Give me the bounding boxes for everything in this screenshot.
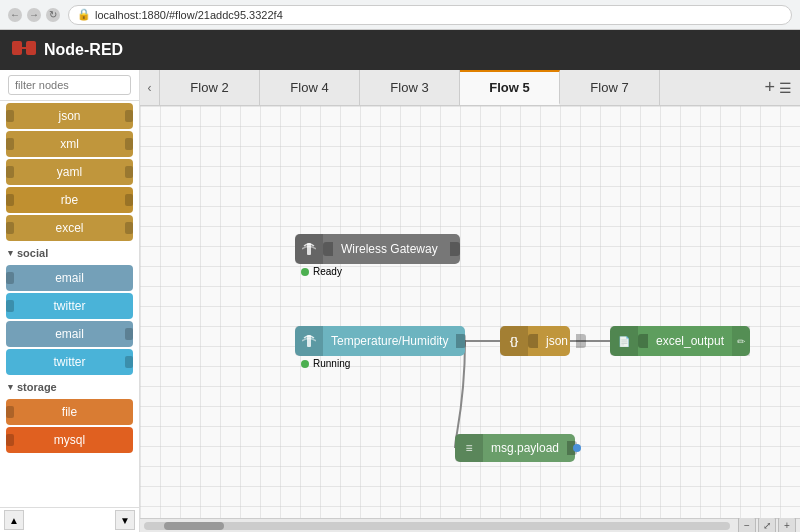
- category-social[interactable]: ▾ social: [0, 243, 139, 263]
- sidebar-item-mysql[interactable]: mysql: [6, 427, 133, 453]
- canvas[interactable]: Wireless Gateway ReadyTemperature/Humidi…: [140, 106, 800, 518]
- port-left-mysql: [6, 434, 14, 446]
- node-label-json: json: [12, 109, 127, 123]
- node-label-mysql: mysql: [12, 433, 127, 447]
- port-right-msg-payload: [567, 441, 577, 455]
- zoom-plus-button[interactable]: +: [778, 517, 796, 533]
- sidebar-item-twitter1[interactable]: twitter: [6, 293, 133, 319]
- port-left-rbe: [6, 194, 14, 206]
- port-right-json-node: [576, 334, 586, 348]
- filter-input-container: [0, 70, 139, 101]
- node-label-twitter1: twitter: [12, 299, 127, 313]
- port-left-json-node: [528, 334, 538, 348]
- sidebar: json xml yaml rbe excel ▾ social email t…: [0, 70, 140, 532]
- sidebar-scroll-buttons: ▲ ▼: [0, 507, 139, 532]
- sidebar-item-excel[interactable]: excel: [6, 215, 133, 241]
- sidebar-item-email2[interactable]: email: [6, 321, 133, 347]
- tab-menu-button[interactable]: ☰: [779, 80, 792, 96]
- node-label-xml: xml: [12, 137, 127, 151]
- browser-bar: ← → ↻ 🔒 localhost:1880/#flow/21addc95.33…: [0, 0, 800, 30]
- forward-button[interactable]: →: [27, 8, 41, 22]
- port-right-wireless-gateway: [450, 242, 460, 256]
- node-label-msg-payload: msg.payload: [483, 441, 567, 455]
- logo-icon: [10, 37, 38, 64]
- sidebar-item-xml[interactable]: xml: [6, 131, 133, 157]
- canvas-node-temperature-humidity[interactable]: Temperature/Humidity: [295, 326, 465, 356]
- tabs-list: Flow 2Flow 4Flow 3Flow 5Flow 7: [160, 70, 756, 105]
- tab-scroll-left-button[interactable]: ‹: [140, 70, 160, 105]
- node-label-file: file: [12, 405, 127, 419]
- tab-flow3[interactable]: Flow 3: [360, 70, 460, 105]
- scrollbar-thumb[interactable]: [164, 522, 224, 530]
- right-panel: ‹ Flow 2Flow 4Flow 3Flow 5Flow 7 + ☰ Wir…: [140, 70, 800, 532]
- canvas-node-excel-output[interactable]: 📄excel_output✏: [610, 326, 750, 356]
- tab-flow2[interactable]: Flow 2: [160, 70, 260, 105]
- sidebar-item-twitter2[interactable]: twitter: [6, 349, 133, 375]
- url-bar[interactable]: 🔒 localhost:1880/#flow/21addc95.3322f4: [68, 5, 792, 25]
- tab-flow5[interactable]: Flow 5: [460, 70, 560, 105]
- category-arrow-social: ▾: [8, 248, 13, 258]
- sidebar-item-file[interactable]: file: [6, 399, 133, 425]
- sidebar-item-yaml[interactable]: yaml: [6, 159, 133, 185]
- browser-controls: ← → ↻: [8, 8, 60, 22]
- node-icon-wireless-gateway: [295, 234, 323, 264]
- status-text-temperature-humidity: Running: [313, 358, 350, 369]
- port-right-xml: [125, 138, 133, 150]
- port-left-excel-output: [638, 334, 648, 348]
- svg-rect-1: [26, 41, 36, 55]
- canvas-zoom-actions: − ⤢ +: [734, 517, 800, 533]
- canvas-bottom-bar: − ⤢ +: [140, 518, 800, 532]
- sidebar-item-json[interactable]: json: [6, 103, 133, 129]
- port-left-wireless-gateway: [323, 242, 333, 256]
- category-arrow-storage: ▾: [8, 382, 13, 392]
- tab-flow7[interactable]: Flow 7: [560, 70, 660, 105]
- node-icon-excel-output: 📄: [610, 326, 638, 356]
- zoom-minus-button[interactable]: −: [738, 517, 756, 533]
- main-area: json xml yaml rbe excel ▾ social email t…: [0, 70, 800, 532]
- tab-flow4[interactable]: Flow 4: [260, 70, 360, 105]
- canvas-node-json-node[interactable]: {}json: [500, 326, 570, 356]
- node-label-email2: email: [12, 327, 127, 341]
- port-dot-msg-payload: [573, 444, 581, 452]
- zoom-fit-button[interactable]: ⤢: [758, 517, 776, 533]
- node-label-json-node: json: [538, 334, 576, 348]
- scroll-up-button[interactable]: ▲: [4, 510, 24, 530]
- port-left-json: [6, 110, 14, 122]
- status-text-wireless-gateway: Ready: [313, 266, 342, 277]
- category-label-social: social: [17, 247, 48, 259]
- sidebar-nodes: json xml yaml rbe excel ▾ social email t…: [0, 101, 139, 507]
- back-button[interactable]: ←: [8, 8, 22, 22]
- scrollbar-track: [144, 522, 730, 530]
- port-right-rbe: [125, 194, 133, 206]
- tabs-bar: ‹ Flow 2Flow 4Flow 3Flow 5Flow 7 + ☰: [140, 70, 800, 106]
- filter-input[interactable]: [8, 75, 131, 95]
- port-right-twitter2: [125, 356, 133, 368]
- port-right-email2: [125, 328, 133, 340]
- port-right-json: [125, 110, 133, 122]
- logo-text: Node-RED: [44, 41, 123, 59]
- scroll-down-button[interactable]: ▼: [115, 510, 135, 530]
- canvas-node-wireless-gateway[interactable]: Wireless Gateway: [295, 234, 460, 264]
- port-left-file: [6, 406, 14, 418]
- canvas-node-msg-payload[interactable]: ≡msg.payload: [455, 434, 575, 462]
- toolbar: Node-RED: [0, 30, 800, 70]
- node-label-excel-output: excel_output: [648, 334, 732, 348]
- node-icon-temperature-humidity: [295, 326, 323, 356]
- node-label-wireless-gateway: Wireless Gateway: [333, 242, 450, 256]
- sidebar-item-email1[interactable]: email: [6, 265, 133, 291]
- sidebar-item-rbe[interactable]: rbe: [6, 187, 133, 213]
- node-label-temperature-humidity: Temperature/Humidity: [323, 334, 456, 348]
- port-left-yaml: [6, 166, 14, 178]
- edit-icon-excel-output: ✏: [732, 326, 750, 356]
- category-storage[interactable]: ▾ storage: [0, 377, 139, 397]
- node-label-yaml: yaml: [12, 165, 127, 179]
- port-left-excel: [6, 222, 14, 234]
- category-label-storage: storage: [17, 381, 57, 393]
- refresh-button[interactable]: ↻: [46, 8, 60, 22]
- node-label-rbe: rbe: [12, 193, 127, 207]
- port-left-email1: [6, 272, 14, 284]
- connection-curve-2: [455, 341, 465, 448]
- svg-rect-0: [12, 41, 22, 55]
- tab-add-button[interactable]: +: [764, 77, 775, 98]
- port-left-twitter1: [6, 300, 14, 312]
